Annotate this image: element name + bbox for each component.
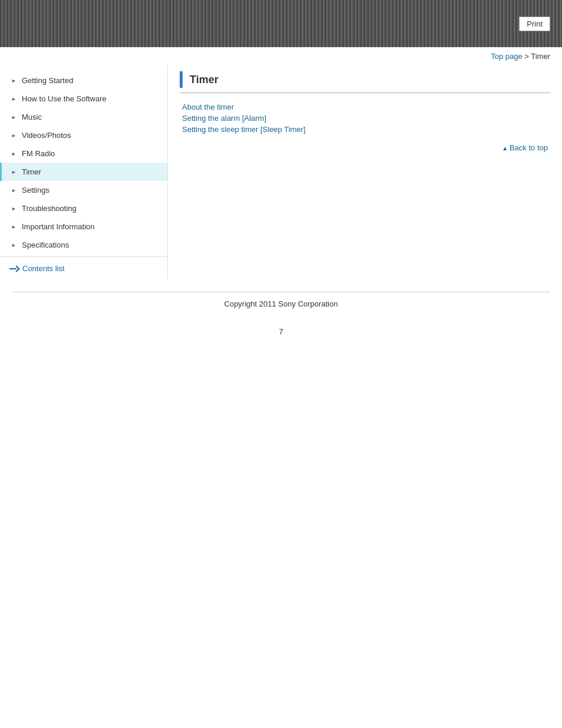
content-links: About the timer Setting the alarm [Alarm… [182, 103, 550, 134]
arrow-icon: ► [11, 169, 17, 175]
sidebar-item-how-to-use[interactable]: ► How to Use the Software [0, 90, 167, 108]
link-setting-sleep-timer[interactable]: Setting the sleep timer [Sleep Timer] [182, 125, 550, 134]
breadcrumb-separator: > [523, 52, 531, 61]
sidebar-item-label: Getting Started [22, 76, 73, 85]
page-title-accent [180, 71, 183, 88]
contents-list-label: Contents list [22, 264, 65, 273]
sidebar-item-label: Videos/Photos [22, 131, 71, 140]
main-layout: ► Getting Started ► How to Use the Softw… [0, 65, 562, 280]
arrow-icon: ► [11, 78, 17, 84]
breadcrumb-top-link[interactable]: Top page [491, 52, 523, 61]
page-title-bar: Timer [180, 71, 550, 93]
sidebar-item-timer[interactable]: ► Timer [0, 163, 167, 181]
arrow-icon: ► [11, 242, 17, 248]
sidebar-item-settings[interactable]: ► Settings [0, 181, 167, 199]
arrow-icon: ► [11, 133, 17, 139]
sidebar-item-label: Settings [22, 186, 49, 195]
breadcrumb-current: Timer [531, 52, 550, 61]
page-number: 7 [0, 315, 562, 348]
sidebar-item-important-information[interactable]: ► Important Information [0, 218, 167, 236]
sidebar-item-music[interactable]: ► Music [0, 108, 167, 126]
sidebar-item-label: FM Radio [22, 149, 55, 158]
arrow-icon: ► [11, 206, 17, 212]
back-to-top-link[interactable]: Back to top [502, 143, 548, 152]
sidebar-item-troubleshooting[interactable]: ► Troubleshooting [0, 199, 167, 218]
sidebar-footer: Contents list [0, 256, 167, 280]
sidebar-item-label: Timer [22, 167, 41, 176]
link-setting-alarm[interactable]: Setting the alarm [Alarm] [182, 114, 550, 123]
link-about-timer[interactable]: About the timer [182, 103, 550, 111]
content-area: Timer About the timer Setting the alarm … [168, 65, 562, 164]
print-button[interactable]: Print [519, 17, 550, 31]
arrow-icon: ► [11, 151, 17, 157]
arrow-right-icon [9, 266, 19, 272]
sidebar-item-label: Specifications [22, 241, 69, 249]
back-to-top-row: Back to top [180, 143, 550, 152]
sidebar: ► Getting Started ► How to Use the Softw… [0, 65, 168, 280]
sidebar-item-label: Important Information [22, 222, 95, 231]
page-title: Timer [190, 74, 219, 86]
sidebar-item-label: Troubleshooting [22, 204, 77, 213]
sidebar-item-label: Music [22, 113, 42, 121]
breadcrumb: Top page > Timer [0, 47, 562, 65]
arrow-icon: ► [11, 187, 17, 193]
sidebar-item-fm-radio[interactable]: ► FM Radio [0, 144, 167, 163]
arrow-icon: ► [11, 114, 17, 120]
sidebar-item-getting-started[interactable]: ► Getting Started [0, 71, 167, 90]
footer-copyright: Copyright 2011 Sony Corporation [0, 292, 562, 315]
arrow-icon: ► [11, 96, 17, 102]
sidebar-item-videos-photos[interactable]: ► Videos/Photos [0, 126, 167, 144]
contents-list-link[interactable]: Contents list [9, 264, 158, 273]
sidebar-item-specifications[interactable]: ► Specifications [0, 236, 167, 254]
sidebar-item-label: How to Use the Software [22, 94, 107, 103]
arrow-icon: ► [11, 224, 17, 230]
header-bar: Print [0, 0, 562, 47]
